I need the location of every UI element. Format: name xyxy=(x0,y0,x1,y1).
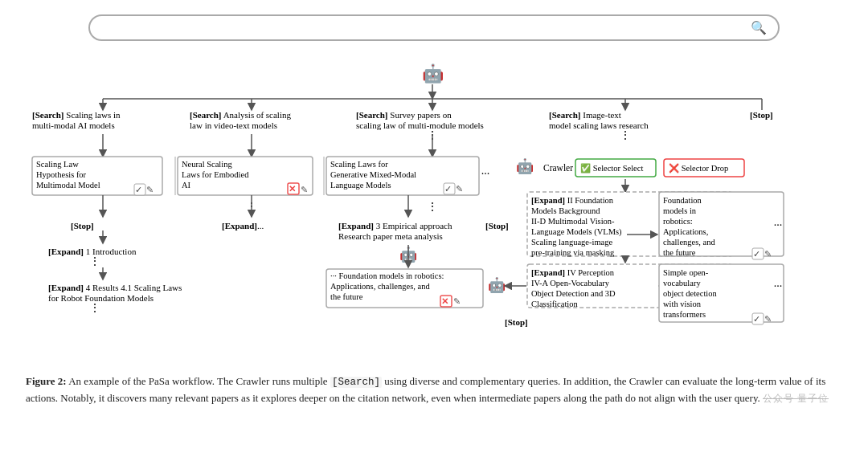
dots-expand1: ⋮ xyxy=(89,255,100,267)
search3-label2: scaling law of multi-module models xyxy=(356,120,484,130)
search2-label2: law in video-text models xyxy=(190,120,277,130)
expand-iv-t3: Object Detection and 3D xyxy=(531,289,616,298)
box3-text3: Language Models xyxy=(330,181,391,190)
sv-t5: transformers xyxy=(663,310,706,319)
fmr-edit: ✎ xyxy=(764,249,772,259)
crawler-label: Crawler xyxy=(543,163,573,173)
caption-text1: An example of the PaSa workflow. The Cra… xyxy=(68,375,330,387)
fr-text3: the future xyxy=(330,292,363,301)
crawler-robot-icon: 🤖 xyxy=(516,157,534,175)
expand-ii-t1: [Expand] II Foundation xyxy=(531,196,614,205)
dots-box-row: ··· xyxy=(481,168,490,180)
search-button[interactable]: 🔍 xyxy=(751,20,767,35)
box2-text3: AI xyxy=(182,181,191,190)
expand-ii-t5: Scaling language-image xyxy=(531,238,613,247)
expand4-label2: for Robot Foundation Models xyxy=(48,293,154,303)
sv-t1: Simple open- xyxy=(663,268,709,277)
selector-drop-text: ❌ Selector Drop xyxy=(669,163,728,173)
expand-ii-t2: Models Background xyxy=(531,206,600,215)
fr-edit: ✎ xyxy=(453,296,461,306)
expand3-label2: Research paper meta analysis xyxy=(338,231,443,241)
sv-t4: with vision xyxy=(663,300,702,308)
sv-check: ✓ xyxy=(753,314,760,324)
box2-edit: ✎ xyxy=(301,185,308,194)
expand-iv-t1: [Expand] IV Perception xyxy=(531,268,615,277)
fmr-t5: challenges, and xyxy=(663,238,715,247)
fmr-check: ✓ xyxy=(753,249,760,259)
caption-code1: [Search] xyxy=(330,377,382,388)
box1-text3: Multimodal Model xyxy=(36,181,100,190)
search4-label: [Search] Image-text xyxy=(549,110,621,120)
expand-ii-t4: Language Models (VLMs) xyxy=(531,227,622,237)
box2-text1: Neural Scaling xyxy=(182,160,232,169)
selector-select-text: ✅ Selector Select xyxy=(580,163,643,173)
box2-x: ✕ xyxy=(289,184,296,194)
box1-text: Scaling Law xyxy=(36,160,79,169)
stop4-label: [Stop] xyxy=(505,317,528,327)
stop1-label: [Stop] xyxy=(750,110,773,120)
robot-icon-right-bot: 🤖 xyxy=(488,276,506,294)
fmr-t6: the future xyxy=(663,248,696,257)
fr-text1: ··· Foundation models in robotics: xyxy=(330,271,444,280)
dots-search4: ⋮ xyxy=(620,129,631,141)
search-input[interactable]: Is there any works that analyze the scal… xyxy=(104,22,746,35)
expand-iv-t4: Classification xyxy=(531,300,578,308)
fr-x: ✕ xyxy=(441,296,448,306)
search1-label2: multi-modal AI models xyxy=(32,120,115,130)
fmr-t1: Foundation xyxy=(663,196,702,205)
search4-label2: model scaling laws research xyxy=(549,120,649,130)
dots-expand4: ⋮ xyxy=(89,302,100,314)
watermark: 公众号 量子位 xyxy=(763,393,829,404)
box1-edit: ✎ xyxy=(146,185,154,194)
stop3-label: [Stop] xyxy=(485,221,509,230)
search-bar-row: Is there any works that analyze the scal… xyxy=(23,14,845,41)
stop2-label: [Stop] xyxy=(71,221,94,230)
caption: Figure 2: An example of the PaSa workflo… xyxy=(23,373,845,407)
box1-text2: Hypothesis for xyxy=(36,170,87,179)
box3-text1: Scaling Laws for xyxy=(330,160,388,169)
search-bar: Is there any works that analyze the scal… xyxy=(88,14,780,41)
box3-text2: Generative Mixed-Modal xyxy=(330,170,416,179)
expand-ii-t6: pre-training via masking xyxy=(531,248,615,257)
search2-label: [Search] Analysis of scaling xyxy=(190,110,291,120)
sv-edit: ✎ xyxy=(764,314,772,324)
search3-label: [Search] Survey papers on xyxy=(356,110,452,120)
caption-label: Figure 2: xyxy=(26,375,67,387)
expand-iv-t2: IV-A Open-Vocabulary xyxy=(531,279,610,288)
fr-text2: Applications, challenges, and xyxy=(330,282,430,291)
box3-check: ✓ xyxy=(444,184,452,194)
page-container: Is there any works that analyze the scal… xyxy=(0,0,868,422)
fmr-t4: Applications, xyxy=(663,227,708,236)
fmr-t3: robotics: xyxy=(663,217,693,226)
expand3-label: [Expand] 3 Empirical approach xyxy=(338,221,452,230)
dots-sv: ··· xyxy=(774,280,783,292)
box3-edit: ✎ xyxy=(456,184,463,194)
dots-fmr: ··· xyxy=(774,219,783,231)
expanddots-label: [Expand]... xyxy=(222,221,264,230)
box1-check: ✓ xyxy=(135,185,142,194)
sv-t3: object detection xyxy=(663,289,718,298)
fmr-t2: models in xyxy=(663,206,697,215)
sv-t2: vocabulary xyxy=(663,279,701,288)
robot-icon-top: 🤖 xyxy=(422,63,444,84)
expand-ii-t3: II-D Multimodal Vision- xyxy=(531,217,615,226)
diagram-area: 🤖 [Search] Scaling laws in multi-modal A… xyxy=(23,52,845,365)
expand4-label: [Expand] 4 Results 4.1 Scaling Laws xyxy=(48,283,182,292)
dots-box2-below: ⋮ xyxy=(427,201,438,213)
search1-label: [Search] Scaling laws in xyxy=(32,110,121,120)
box2-text2: Laws for Embodied xyxy=(182,170,249,179)
